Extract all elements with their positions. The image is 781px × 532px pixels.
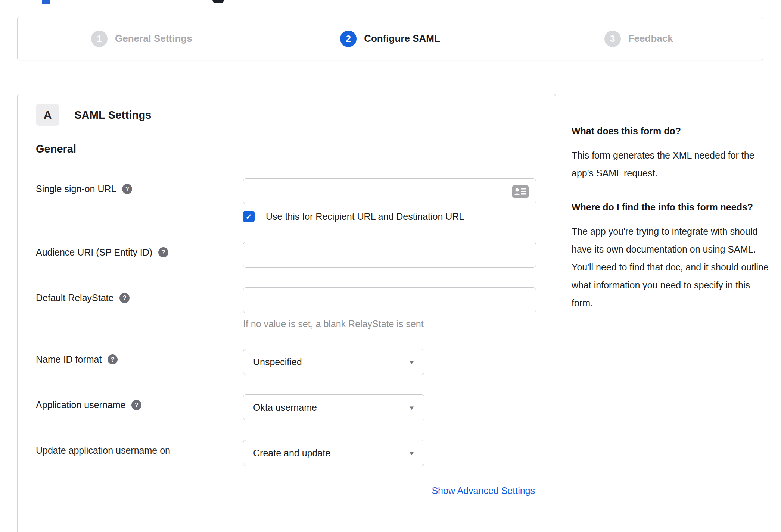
step-number-badge: 1 (91, 31, 108, 47)
contact-card-icon[interactable] (512, 185, 529, 198)
wizard-stepper: 1 General Settings 2 Configure SAML 3 Fe… (17, 17, 763, 60)
audience-uri-input[interactable] (243, 242, 536, 268)
help-icon[interactable]: ? (108, 354, 118, 364)
help-heading-1: What does this form do? (572, 122, 769, 140)
row-application-username: Application username ? Okta username ▼ (36, 394, 535, 420)
step-number-badge: 2 (340, 31, 357, 47)
header-icon-fragment (212, 0, 224, 3)
saml-form: Single sign-on URL ? (36, 178, 535, 496)
section-header: A SAML Settings (36, 104, 535, 126)
help-icon[interactable]: ? (131, 400, 141, 410)
row-audience-uri: Audience URI (SP Entity ID) ? (36, 242, 535, 268)
help-body-1: This form generates the XML needed for t… (572, 146, 769, 182)
row-single-sign-on-url: Single sign-on URL ? (36, 178, 535, 222)
chevron-down-icon: ▼ (408, 450, 415, 456)
application-username-label: Application username (36, 400, 125, 410)
help-heading-2: Where do I find the info this form needs… (572, 198, 769, 216)
step-label: General Settings (115, 33, 192, 44)
name-id-format-label: Name ID format (36, 354, 102, 365)
application-username-select[interactable]: Okta username ▼ (243, 394, 424, 420)
default-relaystate-input[interactable] (243, 287, 536, 313)
section-a-badge: A (36, 104, 59, 126)
show-advanced-settings-link[interactable]: Show Advanced Settings (432, 485, 535, 496)
logo-fragment (42, 0, 50, 4)
step-configure-saml[interactable]: 2 Configure SAML (266, 17, 514, 60)
name-id-format-select[interactable]: Unspecified ▼ (243, 349, 424, 375)
step-label: Configure SAML (364, 33, 440, 44)
help-sidebar: What does this form do? This form genera… (572, 122, 769, 328)
update-app-username-select[interactable]: Create and update ▼ (243, 440, 424, 466)
sso-url-input[interactable] (243, 178, 536, 204)
recipient-url-checkbox-label: Use this for Recipient URL and Destinati… (266, 211, 464, 222)
step-general-settings[interactable]: 1 General Settings (18, 17, 266, 60)
row-name-id-format: Name ID format ? Unspecified ▼ (36, 349, 535, 375)
help-icon[interactable]: ? (158, 247, 168, 257)
row-default-relaystate: Default RelayState ? If no value is set,… (36, 287, 535, 329)
chevron-down-icon: ▼ (408, 359, 415, 365)
recipient-url-checkbox-row: ✓ Use this for Recipient URL and Destina… (243, 211, 536, 222)
help-icon[interactable]: ? (119, 293, 130, 303)
update-app-username-label: Update application username on (36, 445, 170, 456)
sso-url-label: Single sign-on URL (36, 184, 116, 194)
audience-uri-label: Audience URI (SP Entity ID) (36, 247, 152, 258)
chevron-down-icon: ▼ (408, 404, 415, 411)
relaystate-hint: If no value is set, a blank RelayState i… (243, 319, 536, 329)
step-number-badge: 3 (604, 31, 621, 47)
recipient-url-checkbox[interactable]: ✓ (243, 211, 255, 222)
general-subsection-title: General (36, 143, 535, 155)
step-feedback[interactable]: 3 Feedback (514, 17, 763, 60)
saml-settings-panel: A SAML Settings General Single sign-on U… (17, 94, 556, 532)
default-relaystate-label: Default RelayState (36, 292, 113, 303)
section-title: SAML Settings (74, 109, 152, 121)
row-update-app-username: Update application username on Create an… (36, 440, 535, 466)
help-icon[interactable]: ? (122, 184, 132, 194)
step-label: Feedback (628, 33, 673, 44)
help-body-2: The app you're trying to integrate with … (572, 222, 769, 312)
